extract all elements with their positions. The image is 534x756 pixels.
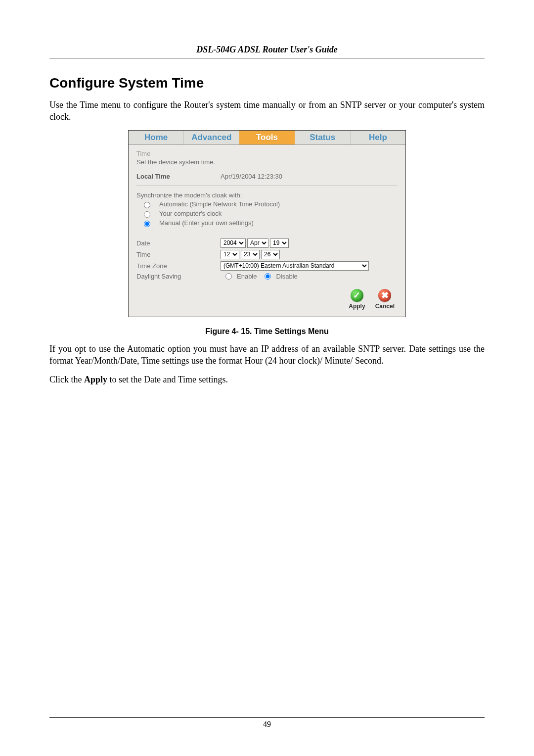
cancel-button-label: Cancel: [375, 303, 395, 310]
local-time-value: Apr/19/2004 12:23:30: [221, 173, 282, 180]
panel-heading: Time: [136, 150, 398, 157]
radio-ds-disable-label: Disable: [276, 273, 297, 280]
tab-home[interactable]: Home: [129, 131, 184, 144]
sync-option-manual[interactable]: Manual (Enter your own settings): [141, 219, 398, 227]
screenshot-time-settings: Home Advanced Tools Status Help Time Set…: [128, 130, 406, 317]
para2-prefix: Click the: [49, 375, 84, 384]
running-head: DSL-504G ADSL Router User's Guide: [49, 45, 485, 58]
figure-caption: Figure 4- 15. Time Settings Menu: [49, 327, 485, 336]
date-label: Date: [136, 239, 221, 247]
section-title: Configure System Time: [49, 75, 485, 91]
panel-subhead: Set the device system time.: [136, 158, 398, 166]
time-hour-select[interactable]: 12: [221, 250, 239, 259]
intro-paragraph: Use the Time menu to configure the Route…: [49, 99, 485, 123]
radio-automatic-label: Automatic (Simple Network Time Protocol): [159, 200, 280, 208]
document-page: DSL-504G ADSL Router User's Guide Config…: [0, 0, 534, 756]
tab-tools[interactable]: Tools: [239, 131, 295, 144]
tab-advanced[interactable]: Advanced: [184, 131, 239, 144]
tab-bar: Home Advanced Tools Status Help: [129, 131, 405, 145]
sync-label: Synchronize the modem's cloak with:: [136, 191, 398, 199]
date-month-select[interactable]: Apr: [247, 238, 268, 248]
timezone-select[interactable]: (GMT+10:00) Eastern Australian Standard: [221, 261, 369, 271]
tab-status[interactable]: Status: [295, 131, 351, 144]
paragraph-after-2: Click the Apply to set the Date and Time…: [49, 374, 485, 385]
para2-suffix: to set the Date and Time settings.: [107, 375, 228, 384]
separator: [136, 185, 398, 186]
para2-bold: Apply: [84, 375, 107, 384]
close-icon: ✖: [378, 289, 391, 302]
sync-option-automatic[interactable]: Automatic (Simple Network Time Protocol): [141, 200, 398, 208]
time-label: Time: [136, 251, 221, 258]
radio-pc-clock[interactable]: [144, 211, 150, 218]
sync-option-pc[interactable]: Your computer's clock: [141, 210, 398, 218]
check-icon: ✓: [351, 289, 363, 302]
radio-ds-disable[interactable]: [265, 273, 271, 280]
time-second-select[interactable]: 26: [261, 250, 280, 259]
daylight-saving-label: Daylight Saving: [136, 273, 221, 280]
cancel-button[interactable]: ✖ Cancel: [375, 289, 395, 310]
page-number: 49: [263, 720, 271, 728]
paragraph-after-1: If you opt to use the Automatic option y…: [49, 343, 485, 367]
local-time-label: Local Time: [136, 173, 221, 180]
date-day-select[interactable]: 19: [270, 238, 289, 248]
radio-automatic[interactable]: [144, 202, 150, 208]
radio-ds-enable-label: Enable: [237, 273, 257, 280]
tab-help[interactable]: Help: [351, 131, 405, 144]
apply-button-label: Apply: [349, 303, 365, 310]
time-minute-select[interactable]: 23: [241, 250, 260, 259]
date-year-select[interactable]: 2004: [221, 238, 246, 248]
radio-manual[interactable]: [144, 221, 150, 227]
radio-pc-clock-label: Your computer's clock: [159, 210, 222, 217]
radio-manual-label: Manual (Enter your own settings): [159, 219, 254, 227]
page-footer: 49: [49, 717, 485, 729]
radio-ds-enable[interactable]: [225, 273, 232, 280]
time-panel: Time Set the device system time. Local T…: [129, 145, 405, 317]
apply-button[interactable]: ✓ Apply: [349, 289, 365, 310]
timezone-label: Time Zone: [136, 262, 221, 270]
